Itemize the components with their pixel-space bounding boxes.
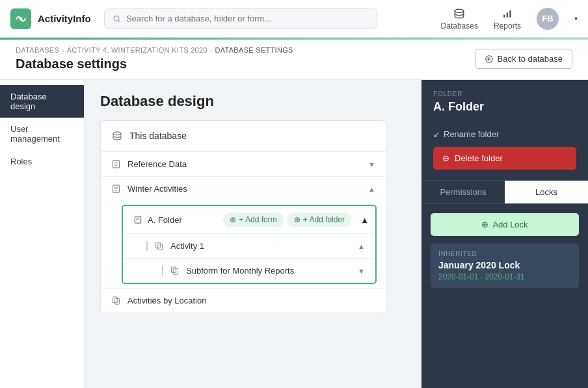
sidebar-item-database-design[interactable]: Database design <box>0 85 84 118</box>
form-icon <box>111 159 121 169</box>
breadcrumb-current: DATABASE SETTINGS <box>215 46 293 54</box>
winter-activities-chevron: ▲ <box>368 185 375 193</box>
panel-tabs: Permissions Locks <box>421 180 588 204</box>
db-card-header: This database <box>101 121 386 151</box>
rename-folder-label: Rename folder <box>444 129 499 139</box>
lock-date: 2020-01-01 · 2020-01-31 <box>438 272 571 281</box>
tree-row-subform[interactable]: Subform for Monthly Reports ▼ <box>123 258 375 283</box>
top-nav-right: Databases Reports FB ▾ <box>441 7 578 31</box>
databases-label: Databases <box>441 21 478 31</box>
tree-section: Reference Data ▼ Winter Activities ▲ <box>101 151 386 313</box>
tab-locks[interactable]: Locks <box>505 181 588 203</box>
indent-bar-2 <box>162 266 163 276</box>
lock-inherited-label: INHERITED <box>438 250 571 257</box>
back-icon <box>485 55 494 64</box>
sidebar-item-user-management[interactable]: User management <box>0 118 84 150</box>
subform-icon <box>170 266 180 276</box>
back-to-database-label: Back to database <box>498 54 563 64</box>
delete-folder-button[interactable]: ⊖ Delete folder <box>433 147 576 170</box>
activity-1-chevron: ▲ <box>358 242 365 250</box>
add-lock-label: Add Lock <box>492 220 528 229</box>
breadcrumb: DATABASES › ACTIVITY 4: WINTERIZATION KI… <box>16 46 293 54</box>
avatar[interactable]: FB <box>537 8 559 30</box>
folder-row-a[interactable]: A. Folder ⊕ + Add form ⊕ + Add folder <box>123 206 375 233</box>
app-name: ActivityInfo <box>38 13 91 24</box>
svg-rect-3 <box>503 14 505 17</box>
a-folder-label: A. Folder <box>148 215 218 225</box>
add-folder-icon: ⊕ <box>294 215 301 224</box>
breadcrumb-sep2: › <box>210 47 213 54</box>
breadcrumb-sep1: › <box>62 47 64 54</box>
right-panel: FOLDER A. Folder ↙ Rename folder ⊖ Delet… <box>421 80 588 388</box>
breadcrumb-activity[interactable]: ACTIVITY 4: WINTERIZATION KITS 2020 <box>67 46 207 54</box>
add-form-button[interactable]: ⊕ + Add form <box>223 213 283 227</box>
content-title: Database design <box>100 93 406 110</box>
folder-highlighted-wrapper: A. Folder ⊕ + Add form ⊕ + Add folder <box>101 201 386 288</box>
form-icon-2 <box>111 184 121 194</box>
svg-point-2 <box>455 9 464 12</box>
top-nav: ActivityInfo Databases Reports F <box>0 0 588 38</box>
tree-row-activities-by-location[interactable]: Activities by Location <box>101 288 386 313</box>
activities-by-location-label: Activities by Location <box>127 296 369 305</box>
avatar-chevron-icon[interactable]: ▾ <box>574 15 578 22</box>
reference-data-label: Reference Data <box>127 159 362 169</box>
reports-icon <box>501 7 514 20</box>
reports-nav-item[interactable]: Reports <box>494 7 521 31</box>
logo-area: ActivityInfo <box>10 8 91 29</box>
lock-card: INHERITED January 2020 Lock 2020-01-01 ·… <box>431 244 579 288</box>
rename-icon: ↙ <box>433 130 440 139</box>
tree-row-winter-activities[interactable]: Winter Activities ▲ <box>101 176 386 201</box>
app-logo[interactable] <box>10 8 31 29</box>
svg-rect-4 <box>507 12 509 18</box>
database-card-icon <box>111 130 123 142</box>
page-header: DATABASES › ACTIVITY 4: WINTERIZATION KI… <box>0 40 588 80</box>
tab-permissions[interactable]: Permissions <box>421 181 505 203</box>
add-folder-button[interactable]: ⊕ + Add folder <box>287 213 351 227</box>
add-form-icon: ⊕ <box>230 215 236 224</box>
form-icon-activity1 <box>154 241 164 251</box>
database-card: This database Reference Data ▼ <box>100 120 386 313</box>
add-lock-icon: ⊕ <box>481 220 488 229</box>
delete-folder-label: Delete folder <box>455 153 503 163</box>
databases-nav-item[interactable]: Databases <box>441 7 478 31</box>
reports-label: Reports <box>494 21 521 31</box>
right-panel-header: FOLDER A. Folder <box>421 80 588 120</box>
search-icon <box>113 14 121 23</box>
search-bar[interactable] <box>104 8 377 29</box>
sidebar: Database design User management Roles <box>0 80 85 388</box>
indent-bar <box>146 241 148 251</box>
reference-data-chevron: ▼ <box>368 161 375 168</box>
back-to-database-button[interactable]: Back to database <box>475 49 572 69</box>
search-input[interactable] <box>126 14 369 23</box>
main-layout: Database design User management Roles Da… <box>0 80 588 388</box>
page-header-left: DATABASES › ACTIVITY 4: WINTERIZATION KI… <box>16 46 293 71</box>
page-title: Database settings <box>16 57 293 71</box>
sidebar-item-roles[interactable]: Roles <box>0 150 84 173</box>
right-panel-actions: ↙ Rename folder ⊖ Delete folder <box>421 120 588 177</box>
subform-label: Subform for Monthly Reports <box>186 266 351 276</box>
delete-folder-icon: ⊖ <box>442 153 449 163</box>
this-database-label: This database <box>129 131 187 141</box>
folder-label: FOLDER <box>433 90 576 97</box>
tree-row-reference-data[interactable]: Reference Data ▼ <box>101 151 386 176</box>
svg-rect-5 <box>509 10 511 18</box>
panel-content: ⊕ Add Lock INHERITED January 2020 Lock 2… <box>421 204 588 297</box>
subform-chevron: ▼ <box>358 267 365 275</box>
add-lock-button[interactable]: ⊕ Add Lock <box>431 213 579 236</box>
add-form-label: + Add form <box>239 215 276 224</box>
svg-point-7 <box>113 132 121 135</box>
svg-point-0 <box>20 17 23 20</box>
form-icon-abl <box>111 296 121 305</box>
winter-activities-label: Winter Activities <box>127 184 362 194</box>
folder-actions: ⊕ + Add form ⊕ + Add folder <box>223 213 351 227</box>
a-folder-chevron: ▲ <box>360 215 369 225</box>
rename-folder-button[interactable]: ↙ Rename folder <box>433 125 576 143</box>
databases-icon <box>453 7 466 20</box>
main-content: Database design This database Refere <box>85 80 421 388</box>
breadcrumb-databases[interactable]: DATABASES <box>16 46 59 54</box>
activity-1-label: Activity 1 <box>170 241 351 251</box>
avatar-initials: FB <box>542 14 553 23</box>
folder-title: A. Folder <box>433 100 576 114</box>
tree-row-activity-1[interactable]: Activity 1 ▲ <box>123 233 375 258</box>
folder-icon <box>133 215 142 224</box>
